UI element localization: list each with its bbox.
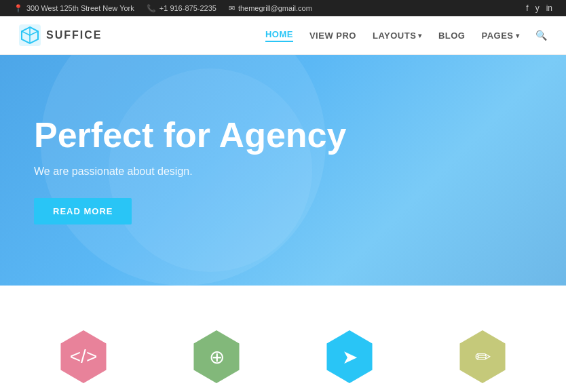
support-icon: ⊕: [209, 346, 225, 368]
top-bar-left: 📍 300 West 125th Street New York 📞 +1 91…: [14, 4, 312, 13]
hex-container-1: </>: [53, 326, 114, 387]
hex-icon-2: ⊕: [190, 330, 243, 383]
hex-container-2: ⊕: [186, 326, 247, 387]
email-item: ✉ themegrill@gmail.com: [229, 4, 312, 13]
hex-icon-4: ✏: [456, 330, 509, 383]
hex-container-4: ✏: [452, 326, 513, 387]
feature-support: ⊕ AWESOME SUPPORT The point of using Lor…: [160, 326, 273, 392]
chevron-down-icon-pages: ▾: [516, 32, 520, 39]
email-icon: ✉: [229, 4, 235, 13]
features-grid: </> CLEAN CODE The point of using Lorem …: [27, 326, 539, 392]
address-text: 300 West 125th Street New York: [26, 4, 134, 12]
hex-icon-1: </>: [57, 330, 110, 383]
facebook-icon[interactable]: f: [526, 3, 528, 13]
design-icon: ✏: [475, 346, 491, 368]
nav-blog[interactable]: BLOG: [438, 31, 466, 41]
hero-subtitle: We are passionate about design.: [34, 165, 346, 178]
email-text: themegrill@gmail.com: [238, 4, 312, 12]
logo-text: SUFFICE: [46, 29, 102, 41]
hex-container-3: ➤: [319, 326, 380, 387]
phone-item: 📞 +1 916-875-2235: [147, 4, 216, 13]
feature-designed: ✏ BEAUTIFULLY DESIGNED The point of usin…: [426, 326, 539, 392]
logo-icon: [19, 24, 41, 46]
address-item: 📍 300 West 125th Street New York: [14, 4, 134, 13]
features-section: </> CLEAN CODE The point of using Lorem …: [0, 286, 566, 392]
goal-icon: ➤: [342, 346, 358, 368]
social-links: f y in: [526, 3, 552, 13]
logo[interactable]: SUFFICE: [19, 24, 102, 46]
code-icon: </>: [70, 346, 97, 368]
top-bar: 📍 300 West 125th Street New York 📞 +1 91…: [0, 0, 566, 16]
site-header: SUFFICE HOME VIEW PRO LAYOUTS ▾ BLOG PAG…: [0, 16, 566, 55]
location-icon: 📍: [14, 4, 23, 13]
main-nav: HOME VIEW PRO LAYOUTS ▾ BLOG PAGES ▾ 🔍: [265, 29, 547, 42]
linkedin-icon[interactable]: in: [546, 3, 552, 13]
read-more-button[interactable]: READ MORE: [34, 198, 132, 224]
phone-text: +1 916-875-2235: [159, 4, 216, 12]
hex-icon-3: ➤: [323, 330, 376, 383]
phone-icon: 📞: [147, 4, 156, 13]
nav-layouts[interactable]: LAYOUTS ▾: [373, 31, 422, 41]
hero-section: Perfect for Agency We are passionate abo…: [0, 55, 566, 286]
nav-home[interactable]: HOME: [265, 29, 293, 42]
twitter-icon[interactable]: y: [535, 3, 540, 13]
feature-clean-code: </> CLEAN CODE The point of using Lorem …: [27, 326, 140, 392]
nav-viewpro[interactable]: VIEW PRO: [309, 31, 356, 41]
hero-content: Perfect for Agency We are passionate abo…: [34, 116, 346, 224]
nav-pages[interactable]: PAGES ▾: [481, 31, 519, 41]
chevron-down-icon: ▾: [418, 32, 422, 39]
feature-goal: ➤ SETTING GOAL The point of using Lorem …: [293, 326, 406, 392]
search-icon[interactable]: 🔍: [535, 30, 547, 41]
hero-title: Perfect for Agency: [34, 116, 346, 155]
